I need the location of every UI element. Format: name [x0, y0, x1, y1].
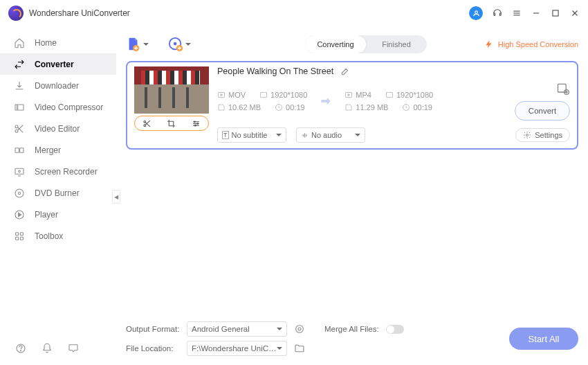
home-icon — [14, 37, 25, 48]
app-logo — [8, 6, 24, 21]
app-title: Wondershare UniConverter — [29, 8, 130, 18]
start-all-button[interactable]: Start All — [509, 328, 578, 350]
svg-rect-5 — [553, 10, 558, 16]
format-settings-icon[interactable] — [556, 82, 570, 96]
effects-button[interactable] — [190, 117, 202, 130]
merger-icon — [14, 145, 25, 156]
chevron-down-icon — [276, 134, 282, 136]
convert-button[interactable]: Convert — [515, 101, 570, 121]
compressor-icon — [14, 102, 25, 113]
gear-icon — [523, 131, 531, 139]
output-format-select[interactable]: Android General — [187, 321, 287, 337]
scissors-icon — [14, 123, 25, 134]
svg-point-0 — [475, 10, 477, 13]
size-icon — [344, 103, 353, 112]
audio-icon — [301, 132, 309, 139]
minimize-icon[interactable] — [531, 8, 541, 18]
svg-point-9 — [15, 125, 18, 127]
notification-icon[interactable] — [42, 343, 53, 354]
svg-point-33 — [194, 121, 195, 122]
sidebar-label: Home — [35, 38, 57, 48]
format-settings-icon[interactable] — [294, 323, 305, 335]
size-icon — [217, 103, 226, 112]
add-dvd-button[interactable] — [168, 37, 191, 52]
sidebar-item-compressor[interactable]: Video Compressor — [0, 96, 116, 118]
tab-converting[interactable]: Converting — [305, 35, 366, 53]
sidebar-label: Toolbox — [35, 231, 63, 241]
tab-finished[interactable]: Finished — [366, 35, 427, 53]
close-icon[interactable] — [570, 8, 580, 18]
player-icon — [14, 209, 25, 220]
format-icon — [217, 91, 226, 99]
download-icon — [14, 80, 25, 91]
maximize-icon[interactable] — [551, 8, 560, 18]
toolbox-icon — [14, 231, 25, 242]
file-item: People Walking On The Street MOV 1920*10… — [126, 61, 578, 150]
resolution-icon — [385, 91, 394, 99]
sidebar-label: Screen Recorder — [35, 167, 98, 177]
subtitle-select[interactable]: TNo subtitle — [217, 127, 286, 143]
sidebar-label: Converter — [35, 60, 74, 69]
file-location-select[interactable]: F:\Wondershare UniConverter — [187, 341, 287, 356]
sidebar-item-downloader[interactable]: Downloader — [0, 75, 116, 96]
file-title: People Walking On The Street — [217, 66, 333, 76]
screen-icon — [14, 166, 25, 177]
edit-title-icon[interactable] — [340, 66, 350, 76]
video-thumbnail[interactable] — [134, 66, 209, 114]
sidebar-item-home[interactable]: Home — [0, 32, 116, 53]
hsc-button[interactable]: High Speed Conversion — [484, 39, 578, 49]
sidebar-label: Player — [35, 210, 58, 220]
support-icon[interactable] — [493, 8, 502, 18]
sidebar-item-merger[interactable]: Merger — [0, 139, 116, 161]
sidebar-label: Merger — [35, 145, 61, 155]
user-avatar[interactable] — [469, 6, 483, 20]
sidebar-label: DVD Burner — [35, 188, 80, 198]
output-format-label: Output Format: — [126, 325, 180, 333]
svg-point-16 — [18, 192, 20, 194]
svg-point-14 — [19, 170, 21, 172]
add-dvd-icon — [168, 37, 183, 52]
help-icon[interactable] — [15, 343, 26, 354]
audio-select[interactable]: No audio — [296, 127, 365, 143]
dvd-icon — [14, 188, 25, 199]
sidebar-item-converter[interactable]: Converter — [0, 53, 116, 75]
open-folder-icon[interactable] — [294, 343, 305, 354]
svg-point-35 — [194, 125, 196, 126]
svg-point-46 — [298, 328, 301, 330]
trim-button[interactable] — [141, 117, 154, 130]
svg-rect-13 — [15, 168, 24, 174]
converter-icon — [14, 59, 25, 70]
format-icon — [344, 91, 353, 99]
svg-rect-12 — [20, 148, 24, 152]
svg-point-28 — [144, 121, 146, 123]
svg-point-44 — [526, 134, 529, 136]
svg-rect-40 — [386, 93, 392, 98]
sidebar-item-player[interactable]: Player — [0, 204, 116, 225]
sidebar-item-dvd[interactable]: DVD Burner — [0, 182, 116, 204]
svg-point-26 — [174, 42, 177, 46]
merge-label: Merge All Files: — [324, 325, 379, 333]
chevron-down-icon — [277, 347, 282, 350]
svg-point-10 — [15, 130, 18, 132]
arrow-right-icon — [317, 94, 335, 108]
chevron-down-icon — [143, 43, 149, 46]
sidebar-label: Video Compressor — [35, 103, 103, 112]
svg-point-45 — [296, 326, 304, 333]
clock-icon — [402, 103, 410, 112]
svg-point-23 — [20, 350, 21, 351]
add-file-button[interactable] — [126, 37, 149, 52]
merge-toggle[interactable] — [386, 325, 404, 334]
sidebar-collapse-button[interactable]: ◀ — [112, 190, 120, 204]
settings-button[interactable]: Settings — [515, 128, 570, 142]
thumb-tools — [134, 116, 209, 131]
sidebar-item-editor[interactable]: Video Editor — [0, 118, 116, 139]
svg-point-34 — [197, 123, 199, 124]
clock-icon — [275, 103, 283, 112]
feedback-icon[interactable] — [68, 343, 79, 354]
svg-point-29 — [144, 124, 146, 126]
menu-icon[interactable] — [512, 8, 522, 18]
sidebar-label: Downloader — [35, 81, 79, 91]
sidebar-item-toolbox[interactable]: Toolbox — [0, 225, 116, 247]
sidebar-item-screen[interactable]: Screen Recorder — [0, 161, 116, 182]
crop-button[interactable] — [165, 117, 178, 130]
